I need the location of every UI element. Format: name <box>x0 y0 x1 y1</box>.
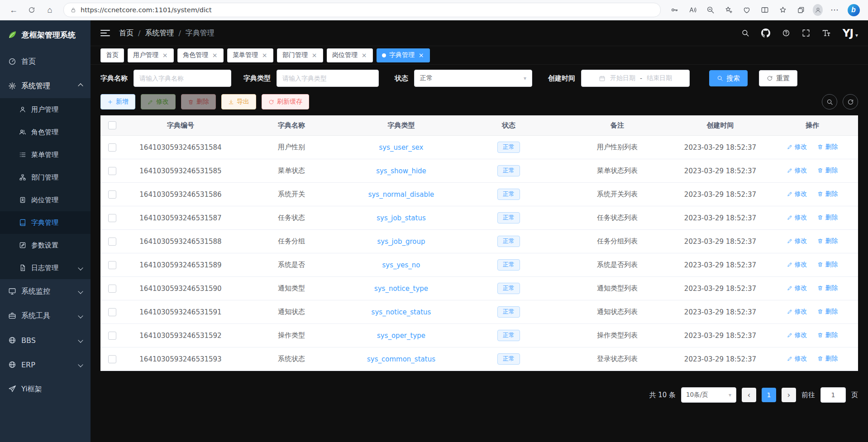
row-edit-button[interactable]: 修改 <box>787 214 807 222</box>
github-icon[interactable] <box>761 29 770 38</box>
add-favorite-icon[interactable] <box>720 2 738 18</box>
close-icon[interactable]: × <box>361 52 367 59</box>
sidebar-item-post-mgmt[interactable]: 岗位管理 <box>0 189 91 211</box>
split-screen-icon[interactable] <box>756 2 774 18</box>
close-icon[interactable]: × <box>261 52 268 59</box>
row-edit-button[interactable]: 修改 <box>787 355 807 363</box>
bing-chat-icon[interactable]: b <box>844 2 863 18</box>
row-checkbox[interactable] <box>108 167 116 175</box>
sidebar-item-system-tools[interactable]: 系统工具 <box>0 304 91 328</box>
sidebar-item-erp[interactable]: ERP <box>0 352 91 377</box>
close-icon[interactable]: × <box>418 52 424 59</box>
sidebar-item-menu-mgmt[interactable]: 菜单管理 <box>0 143 91 166</box>
home-button[interactable]: ⌂ <box>41 2 59 18</box>
search-button[interactable]: 搜索 <box>709 70 748 86</box>
zoom-out-icon[interactable] <box>701 2 720 18</box>
row-delete-button[interactable]: 删除 <box>817 261 838 269</box>
dict-type-link[interactable]: sys_notice_status <box>372 308 431 316</box>
row-checkbox[interactable] <box>108 238 116 246</box>
browser-essentials-icon[interactable] <box>738 2 756 18</box>
row-edit-button[interactable]: 修改 <box>787 143 807 151</box>
header-search-icon[interactable] <box>741 29 749 37</box>
tab-user-mgmt[interactable]: 用户管理× <box>128 48 174 62</box>
dict-type-link[interactable]: sys_job_group <box>377 238 425 246</box>
help-icon[interactable] <box>782 29 790 37</box>
row-delete-button[interactable]: 删除 <box>817 355 838 363</box>
tab-home[interactable]: 首页 <box>100 48 124 62</box>
row-checkbox[interactable] <box>108 285 116 293</box>
page-size-select[interactable]: 10条/页 ▾ <box>681 387 736 403</box>
sidebar-item-system-monitor[interactable]: 系统监控 <box>0 279 91 304</box>
favorites-icon[interactable] <box>774 2 792 18</box>
tab-dict-mgmt[interactable]: 字典管理× <box>377 48 430 62</box>
sidebar-item-system-mgmt[interactable]: 系统管理 <box>0 74 91 98</box>
breadcrumb-home[interactable]: 首页 <box>119 29 134 38</box>
date-range-picker[interactable]: 开始日期 - 结束日期 <box>581 70 690 87</box>
row-delete-button[interactable]: 删除 <box>817 214 838 222</box>
reload-button[interactable] <box>23 2 41 18</box>
row-edit-button[interactable]: 修改 <box>787 308 807 316</box>
sidebar-item-yi-framework[interactable]: Yi框架 <box>0 377 91 401</box>
export-button[interactable]: 导出 <box>221 94 256 109</box>
row-checkbox[interactable] <box>108 308 116 316</box>
dict-type-link[interactable]: sys_common_status <box>367 355 435 363</box>
row-checkbox[interactable] <box>108 332 116 340</box>
sidebar-item-bbs[interactable]: BBS <box>0 328 91 352</box>
add-button[interactable]: 新增 <box>100 94 135 109</box>
tab-post-mgmt[interactable]: 岗位管理× <box>327 48 373 62</box>
edit-button[interactable]: 修改 <box>141 94 176 109</box>
fullscreen-icon[interactable] <box>802 29 810 37</box>
browser-menu-icon[interactable]: ⋯ <box>825 2 844 18</box>
tab-dept-mgmt[interactable]: 部门管理× <box>277 48 323 62</box>
row-delete-button[interactable]: 删除 <box>817 143 838 151</box>
dict-type-link[interactable]: sys_normal_disable <box>368 190 434 199</box>
dict-type-link[interactable]: sys_notice_type <box>374 285 428 293</box>
user-avatar-menu[interactable]: YJ ▾ <box>843 28 858 38</box>
breadcrumb-system-mgmt[interactable]: 系统管理 <box>145 29 174 38</box>
next-page-button[interactable]: › <box>782 388 796 402</box>
sidebar-item-log-mgmt[interactable]: 日志管理 <box>0 257 91 279</box>
profile-avatar[interactable] <box>810 2 825 18</box>
sidebar-item-param-settings[interactable]: 参数设置 <box>0 234 91 257</box>
address-bar[interactable]: https://ccnetcore.com:1101/system/dict <box>63 3 661 17</box>
collections-icon[interactable] <box>792 2 810 18</box>
dict-type-link[interactable]: sys_oper_type <box>377 332 425 340</box>
page-1-button[interactable]: 1 <box>762 388 776 402</box>
read-aloud-icon[interactable] <box>683 2 701 18</box>
row-checkbox[interactable] <box>108 355 116 363</box>
status-select[interactable]: 正常 ▾ <box>414 70 532 87</box>
font-size-icon[interactable] <box>822 29 831 38</box>
close-icon[interactable]: × <box>311 52 318 59</box>
prev-page-button[interactable]: ‹ <box>742 388 756 402</box>
row-delete-button[interactable]: 删除 <box>817 190 838 198</box>
row-edit-button[interactable]: 修改 <box>787 166 807 175</box>
dict-name-input[interactable] <box>134 70 231 87</box>
reset-button[interactable]: 重置 <box>759 70 797 86</box>
row-edit-button[interactable]: 修改 <box>787 190 807 198</box>
dict-type-input[interactable] <box>277 70 379 87</box>
sidebar-item-user-mgmt[interactable]: 用户管理 <box>0 98 91 121</box>
sidebar-item-dept-mgmt[interactable]: 部门管理 <box>0 166 91 189</box>
row-checkbox[interactable] <box>108 214 116 222</box>
select-all-checkbox[interactable] <box>108 121 116 129</box>
sidebar-item-home[interactable]: 首页 <box>0 49 91 74</box>
row-edit-button[interactable]: 修改 <box>787 237 807 245</box>
row-delete-button[interactable]: 删除 <box>817 308 838 316</box>
password-key-icon[interactable] <box>665 2 683 18</box>
dict-type-link[interactable]: sys_job_status <box>377 214 425 222</box>
sidebar-item-dict-mgmt[interactable]: 字典管理 <box>0 211 91 234</box>
back-button[interactable]: ← <box>5 2 23 18</box>
tab-menu-mgmt[interactable]: 菜单管理× <box>227 48 273 62</box>
row-delete-button[interactable]: 删除 <box>817 166 838 175</box>
goto-page-input[interactable] <box>820 387 846 403</box>
row-checkbox[interactable] <box>108 261 116 269</box>
sidebar-item-role-mgmt[interactable]: 角色管理 <box>0 121 91 143</box>
sidebar-toggle-button[interactable] <box>100 28 110 38</box>
tab-role-mgmt[interactable]: 角色管理× <box>177 48 224 62</box>
row-checkbox[interactable] <box>108 143 116 152</box>
dict-type-link[interactable]: sys_user_sex <box>379 143 424 152</box>
row-edit-button[interactable]: 修改 <box>787 331 807 339</box>
row-delete-button[interactable]: 删除 <box>817 284 838 292</box>
row-delete-button[interactable]: 删除 <box>817 331 838 339</box>
refresh-table-button[interactable] <box>843 94 858 109</box>
